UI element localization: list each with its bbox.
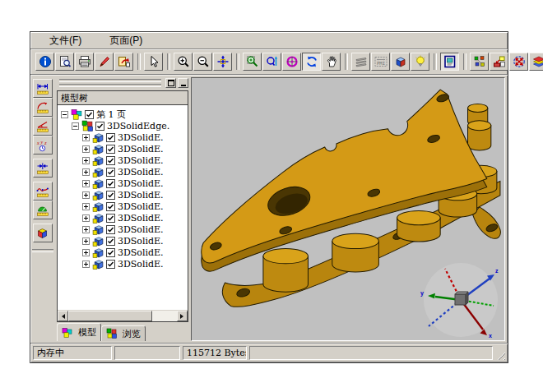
- node-label[interactable]: 3DSolidE.: [118, 201, 164, 212]
- resize-grip[interactable]: [495, 350, 505, 360]
- node-label[interactable]: 3DSolidE.: [118, 190, 164, 201]
- node-checkbox[interactable]: [106, 191, 115, 200]
- tree-node-page[interactable]: 第 1 页: [58, 108, 188, 120]
- tree-node-part[interactable]: 3DSolidE.: [58, 224, 188, 235]
- render-cube-button[interactable]: [391, 53, 410, 71]
- dim-radius-button[interactable]: [33, 98, 53, 117]
- expand-icon[interactable]: [82, 191, 90, 199]
- node-checkbox[interactable]: [106, 248, 115, 257]
- collapse-icon[interactable]: [72, 122, 79, 130]
- axis-trackball[interactable]: z x y: [415, 261, 505, 339]
- node-label[interactable]: 第 1 页: [96, 108, 126, 121]
- collapse-icon[interactable]: [61, 111, 68, 118]
- tree-node-part[interactable]: 3DSolidE.: [58, 189, 188, 201]
- markup-pen-button[interactable]: [95, 53, 114, 71]
- pan-hand-button[interactable]: [322, 53, 341, 71]
- parts-assembly-button[interactable]: [470, 53, 489, 71]
- print-button[interactable]: [75, 53, 94, 71]
- node-label[interactable]: 3DSolidE.: [118, 178, 164, 189]
- scroll-track[interactable]: [152, 311, 177, 321]
- material-cube-button[interactable]: [33, 224, 53, 242]
- node-label[interactable]: 3DSolidEdge.: [107, 121, 169, 131]
- dim-angle-button[interactable]: [33, 117, 53, 136]
- tree-node-part[interactable]: 3DSolidE.: [58, 143, 188, 154]
- menu-item-page[interactable]: 页面(P): [107, 33, 145, 48]
- scroll-right-button[interactable]: [177, 311, 188, 321]
- node-checkbox[interactable]: [85, 110, 94, 119]
- tree-node-part[interactable]: 3DSolidE.: [58, 201, 188, 212]
- info-button[interactable]: [35, 53, 54, 71]
- pmi-button[interactable]: PMI: [371, 53, 390, 71]
- node-checkbox[interactable]: [106, 156, 115, 165]
- export-button[interactable]: [114, 53, 133, 71]
- zoom-query-button[interactable]: [262, 53, 281, 71]
- zoom-in-button[interactable]: [174, 53, 193, 71]
- node-label[interactable]: 3DSolidE.: [118, 259, 164, 270]
- zoom-window-button[interactable]: [243, 53, 262, 71]
- tree-node-part[interactable]: 3DSolidE.: [58, 166, 188, 178]
- menu-item-file[interactable]: 文件(F): [47, 33, 84, 48]
- node-label[interactable]: 3DSolidE.: [118, 155, 164, 166]
- dim-xyz-button[interactable]: xyz: [33, 136, 53, 154]
- tab-model[interactable]: 模型: [57, 323, 101, 341]
- expand-icon[interactable]: [82, 261, 90, 268]
- layers-button[interactable]: [351, 53, 370, 71]
- node-checkbox[interactable]: [106, 237, 115, 246]
- dim-gauge-button[interactable]: [33, 201, 53, 219]
- dim-linear-button[interactable]: [33, 79, 53, 98]
- tree-node-part[interactable]: 3DSolidE.: [58, 154, 188, 166]
- print-preview-button[interactable]: [55, 53, 74, 71]
- node-label[interactable]: 3DSolidE.: [118, 213, 164, 224]
- tree-node-part[interactable]: 3DSolidE.: [58, 235, 188, 247]
- section-button[interactable]: [529, 53, 543, 71]
- node-label[interactable]: 3DSolidE.: [118, 132, 164, 143]
- tree-node-part[interactable]: 3DSolidE.: [58, 131, 188, 143]
- node-label[interactable]: 3DSolidE.: [118, 144, 164, 154]
- node-checkbox[interactable]: [106, 168, 115, 177]
- tree-node-part[interactable]: 3DSolidE.: [58, 212, 188, 224]
- node-checkbox[interactable]: [106, 145, 115, 154]
- rebar-maximize-button[interactable]: [165, 78, 176, 88]
- dim-distance-button[interactable]: [33, 159, 53, 178]
- viewport[interactable]: z x y: [191, 77, 505, 341]
- node-checkbox[interactable]: [106, 260, 115, 269]
- node-checkbox[interactable]: [106, 133, 115, 142]
- tree-node-assembly[interactable]: 3DSolidEdge.: [58, 120, 188, 131]
- node-label[interactable]: 3DSolidE.: [118, 236, 164, 247]
- expand-icon[interactable]: [82, 203, 90, 210]
- scroll-left-button[interactable]: [58, 311, 68, 321]
- node-checkbox[interactable]: [106, 179, 115, 188]
- rebar-minimize-button[interactable]: [178, 78, 188, 88]
- node-checkbox[interactable]: [106, 214, 115, 223]
- tab-browse[interactable]: 浏览: [101, 325, 146, 341]
- expand-icon[interactable]: [82, 238, 90, 245]
- expand-icon[interactable]: [82, 249, 90, 256]
- dim-curve-button[interactable]: [33, 182, 53, 201]
- expand-icon[interactable]: [82, 157, 90, 164]
- tree-node-part[interactable]: 3DSolidE.: [58, 247, 188, 258]
- node-checkbox[interactable]: [106, 225, 115, 234]
- expand-icon[interactable]: [82, 226, 90, 233]
- expand-icon[interactable]: [82, 145, 90, 153]
- node-checkbox[interactable]: [106, 202, 115, 211]
- rotate-view-button[interactable]: [302, 53, 321, 71]
- expand-icon[interactable]: [82, 180, 90, 187]
- rotate-center-button[interactable]: [282, 53, 301, 71]
- notebook-button[interactable]: [440, 53, 459, 71]
- tree-node-part[interactable]: 3DSolidE.: [58, 258, 188, 270]
- light-button[interactable]: [411, 53, 429, 71]
- scroll-thumb[interactable]: [68, 311, 152, 321]
- zoom-origin-button[interactable]: [213, 53, 232, 71]
- expand-icon[interactable]: [82, 214, 90, 222]
- node-label[interactable]: 3DSolidE.: [118, 167, 164, 178]
- node-label[interactable]: 3DSolidE.: [118, 247, 164, 258]
- move-part-button[interactable]: [490, 53, 508, 71]
- explode-button[interactable]: [509, 53, 528, 71]
- tree-node-part[interactable]: 3DSolidE.: [58, 178, 188, 189]
- zoom-out-button[interactable]: [193, 53, 212, 71]
- node-checkbox[interactable]: [95, 122, 104, 131]
- node-label[interactable]: 3DSolidE.: [118, 224, 164, 235]
- rebar-grip[interactable]: [59, 79, 161, 87]
- select-arrow-button[interactable]: [144, 53, 163, 71]
- expand-icon[interactable]: [82, 168, 90, 176]
